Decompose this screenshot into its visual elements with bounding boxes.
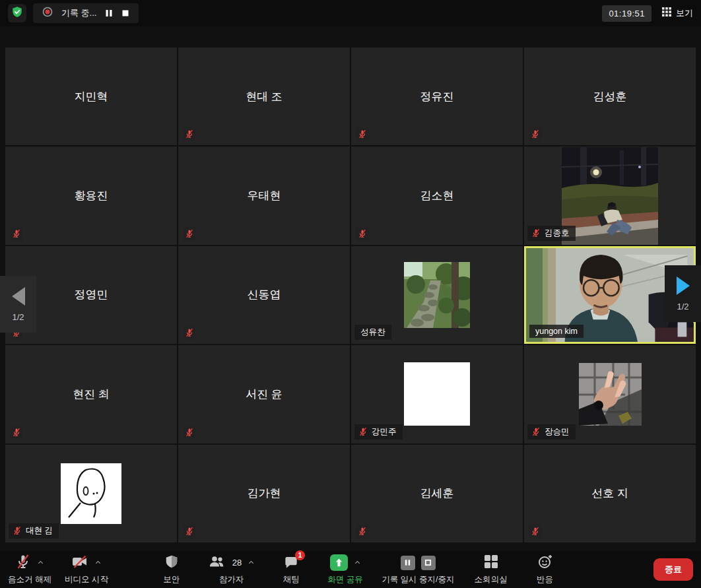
muted-mic-icon (529, 127, 542, 141)
chevron-up-icon[interactable] (37, 559, 44, 566)
arrow-left-icon (12, 287, 25, 306)
participant-name: yungon kim (535, 327, 578, 336)
stop-recording-icon[interactable] (121, 9, 129, 17)
recording-status-label: 기록 중... (61, 7, 96, 19)
unmute-button[interactable]: 음소거 해제 (8, 554, 51, 585)
participant-name: 지민혁 (5, 48, 177, 145)
participant-tile[interactable]: 황용진 (5, 147, 177, 244)
chevron-up-icon[interactable] (248, 559, 255, 566)
participant-tile[interactable]: 김가현 (178, 445, 350, 542)
start-video-button[interactable]: 비디오 시작 (65, 554, 108, 585)
muted-mic-icon (531, 228, 541, 238)
shield-check-icon (11, 6, 23, 20)
muted-mic-icon (529, 525, 542, 538)
participant-name: 현진 최 (5, 345, 177, 443)
participants-count: 28 (232, 558, 242, 568)
participant-name: 현대 조 (178, 48, 350, 145)
participant-tile[interactable]: 현진 최 (5, 345, 177, 443)
participant-name: 대현 김 (26, 525, 53, 537)
participant-tile[interactable]: 정유진 (351, 48, 523, 145)
mic-off-icon (15, 554, 31, 572)
muted-mic-icon (356, 127, 369, 141)
participant-name-label: 강민주 (354, 424, 403, 440)
participant-name: 성유찬 (360, 327, 385, 338)
participant-tile[interactable]: 현대 조 (178, 48, 350, 145)
pause-recording-icon[interactable] (105, 9, 113, 17)
chevron-up-icon[interactable] (94, 559, 102, 566)
recording-indicator: 기록 중... (33, 3, 139, 23)
page-indicator: 1/2 (677, 302, 688, 311)
participant-tile[interactable]: 서진 윤 (178, 345, 350, 443)
participant-tile[interactable]: 장승민 (524, 345, 696, 443)
participant-name: 강민주 (372, 426, 397, 438)
participant-tile[interactable]: 대현 김 (5, 445, 177, 542)
participant-name: 우태현 (178, 147, 350, 244)
record-icon (42, 7, 53, 20)
participant-tile[interactable]: 김세훈 (351, 445, 523, 542)
participant-grid: 지민혁현대 조정유진김성훈황용진우태현김소현김종호정영민신동엽성유찬yungon… (5, 48, 696, 542)
muted-mic-icon (10, 227, 23, 240)
chat-unread-badge: 1 (295, 550, 305, 560)
participant-tile[interactable]: 성유찬 (351, 246, 523, 344)
muted-mic-icon (531, 427, 541, 436)
breakout-rooms-icon (484, 554, 498, 572)
participant-tile[interactable]: 김소현 (351, 147, 523, 244)
gallery-grid-icon (662, 7, 671, 19)
participant-tile[interactable]: 김성훈 (524, 48, 696, 145)
end-meeting-button[interactable]: 종료 (653, 558, 693, 581)
participant-name-label: yungon kim (529, 325, 584, 338)
view-button[interactable]: 보기 (662, 7, 693, 19)
participant-name-label: 장승민 (527, 424, 576, 440)
participant-name: 김세훈 (351, 445, 523, 542)
participant-name: 서진 윤 (178, 345, 350, 443)
reactions-smiley-icon (537, 554, 553, 572)
muted-mic-icon (183, 525, 196, 538)
participant-tile[interactable]: 신동엽 (178, 246, 350, 344)
participant-tile[interactable]: 김종호 (524, 147, 696, 244)
share-screen-button[interactable]: 화면 공유 (327, 554, 363, 585)
share-screen-icon (330, 554, 348, 571)
muted-mic-icon (183, 227, 196, 240)
muted-mic-icon (183, 127, 196, 141)
top-bar: 기록 중... 01:19:51 보기 (0, 0, 701, 26)
page-indicator: 1/2 (12, 312, 24, 322)
chevron-up-icon[interactable] (354, 559, 361, 566)
muted-mic-icon (183, 326, 196, 339)
participant-tile[interactable]: 우태현 (178, 147, 350, 244)
muted-mic-icon (13, 526, 22, 535)
participant-name: 황용진 (5, 147, 177, 244)
participant-name: 김종호 (545, 228, 570, 239)
muted-mic-icon (358, 427, 368, 436)
pause-recording-icon[interactable] (401, 556, 415, 570)
security-button[interactable]: 보안 (154, 554, 189, 585)
participant-tile[interactable]: 선호 지 (524, 445, 696, 542)
arrow-right-icon (677, 277, 690, 295)
muted-mic-icon (356, 227, 369, 240)
participant-tile[interactable]: 지민혁 (5, 48, 177, 145)
meeting-info-shield-button[interactable] (8, 4, 26, 22)
video-off-icon (71, 554, 88, 572)
security-shield-icon (164, 554, 179, 572)
stop-recording-icon[interactable] (421, 556, 436, 570)
toolbar-left-group: 음소거 해제 비디오 시작 (8, 554, 108, 585)
toolbar-center-group: 보안 28 참가자 1 채팅 (154, 554, 563, 585)
participant-name: 김소현 (351, 147, 523, 244)
next-page-button[interactable]: 1/2 (665, 265, 701, 322)
participants-icon (208, 554, 225, 572)
participant-name: 정유진 (351, 48, 523, 145)
muted-mic-icon (10, 426, 23, 439)
participants-button[interactable]: 28 참가자 (208, 554, 255, 585)
participant-tile[interactable]: 강민주 (351, 345, 523, 443)
meeting-timer: 01:19:51 (602, 5, 651, 22)
chat-button[interactable]: 1 채팅 (273, 554, 309, 585)
participant-name-label: 성유찬 (354, 325, 391, 340)
previous-page-button[interactable]: 1/2 (0, 276, 36, 333)
recording-control-button[interactable]: 기록 일시 중지/중지 (382, 554, 454, 585)
meeting-toolbar: 음소거 해제 비디오 시작 보안 (0, 551, 701, 588)
participant-name: 김가현 (178, 445, 350, 542)
breakout-rooms-button[interactable]: 소회의실 (473, 554, 509, 585)
reactions-button[interactable]: 반응 (527, 554, 563, 585)
participant-name: 선호 지 (524, 445, 696, 542)
participant-name: 신동엽 (178, 246, 350, 344)
muted-mic-icon (183, 426, 196, 439)
